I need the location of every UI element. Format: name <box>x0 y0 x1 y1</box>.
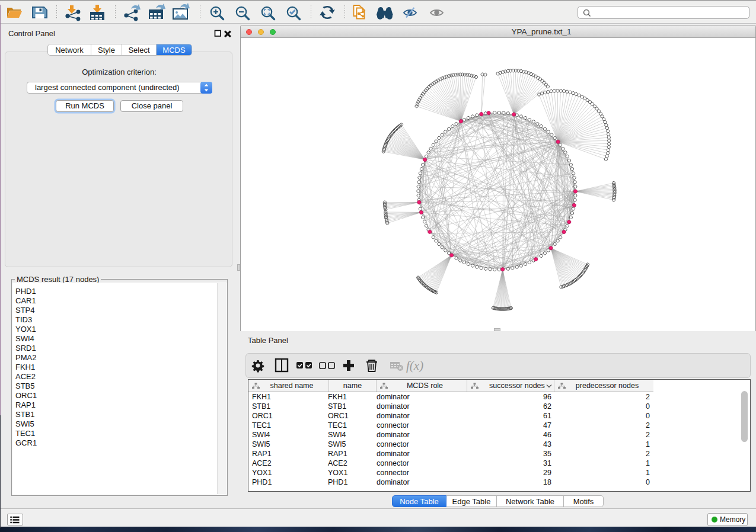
svg-text:f(x): f(x) <box>406 358 423 373</box>
